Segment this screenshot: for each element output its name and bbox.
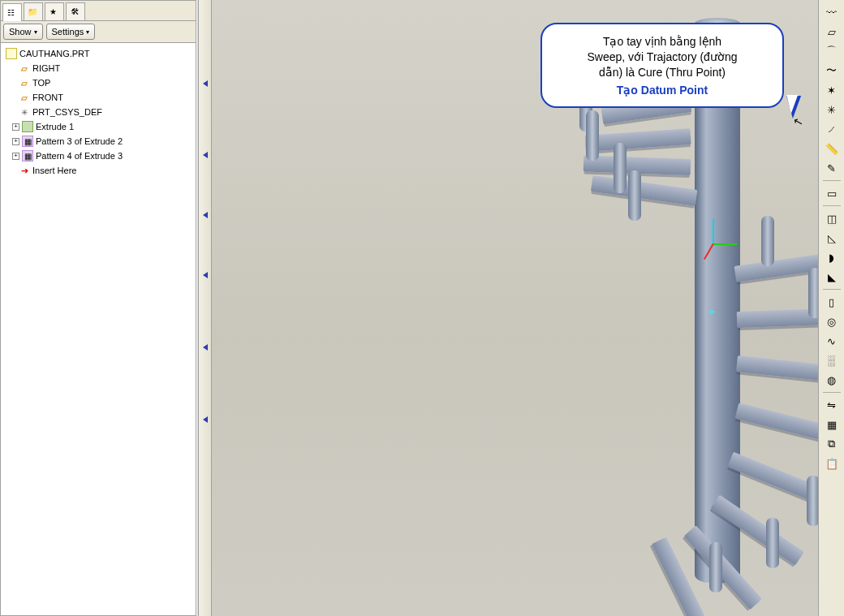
baluster (761, 216, 774, 266)
stair-step (734, 254, 818, 282)
part-icon (6, 48, 17, 59)
baluster (709, 542, 722, 592)
ruler-caret-icon (203, 212, 208, 218)
copy-icon[interactable]: ⧉ (821, 434, 842, 454)
tree-pattern4[interactable]: + ▦ Pattern 4 of Extrude 3 (2, 149, 194, 163)
stair-step (727, 452, 818, 506)
mirror-icon[interactable]: ⇋ (821, 395, 842, 415)
expand-icon[interactable]: + (12, 123, 19, 131)
pattern-icon: ▦ (22, 150, 33, 162)
hole-icon[interactable]: ◍ (821, 370, 842, 390)
sash-ruler[interactable] (199, 0, 212, 616)
plane-icon: ▱ (19, 62, 30, 74)
stair-step (591, 175, 698, 206)
tree-csys[interactable]: ✳ PRT_CSYS_DEF (2, 105, 194, 119)
baluster (586, 110, 599, 161)
pattern-icon[interactable]: ▦ (821, 415, 842, 434)
callout-link[interactable]: Tạo Datum Point (553, 84, 771, 97)
revolve-icon[interactable]: ◎ (821, 312, 842, 331)
tree-icon: ☷ (6, 7, 17, 19)
arc-icon[interactable]: ⌒ (821, 41, 842, 61)
callout-line2: Sweep, với Trajactory (đường (553, 50, 771, 65)
sweep-icon[interactable]: ∿ (821, 331, 842, 351)
extrude-icon[interactable]: ▯ (821, 292, 842, 312)
stair-step (736, 355, 818, 383)
sidebar-tabs: ☷ 📁 ★ 🛠 (1, 1, 196, 21)
tree-plane-top[interactable]: ▱ TOP (2, 75, 194, 90)
separator (823, 289, 841, 290)
stair-step (585, 128, 691, 152)
tab-layers[interactable]: 🛠 (66, 2, 85, 20)
baluster (807, 476, 818, 526)
tools-icon: 🛠 (69, 6, 80, 18)
expand-icon[interactable]: + (12, 138, 19, 145)
tab-favorites[interactable]: ★ (45, 2, 64, 20)
spline-icon[interactable]: 〜 (821, 61, 842, 80)
analysis-icon[interactable]: 📏 (821, 139, 842, 158)
tab-model-tree[interactable]: ☷ (2, 3, 22, 21)
round-icon[interactable]: ◗ (821, 248, 842, 267)
draft-icon[interactable]: ◺ (821, 228, 842, 248)
rectangle-icon[interactable]: ▱ (821, 22, 842, 41)
baluster (808, 268, 818, 318)
ruler-marks (200, 8, 209, 608)
tree-pattern3[interactable]: + ▦ Pattern 3 of Extrude 2 (2, 134, 194, 149)
tree-plane-front[interactable]: ▱ FRONT (2, 90, 194, 105)
baluster (614, 143, 627, 193)
3d-viewport[interactable]: ▸ Tạo tay vịnh bằng lệnh Sweep, với Traj… (212, 0, 818, 616)
plane-icon: ▱ (19, 92, 30, 103)
ruler-caret-icon (203, 272, 208, 278)
axis-icon[interactable]: ⟋ (821, 119, 842, 139)
spin-center-icon: ▸ (710, 304, 716, 317)
baluster (766, 518, 779, 568)
annotation-callout: Tạo tay vịnh bằng lệnh Sweep, với Trajac… (540, 23, 784, 108)
tree-extrude1[interactable]: + Extrude 1 (2, 119, 194, 134)
tree-insert-here[interactable]: ➔ Insert Here (2, 163, 194, 178)
separator (823, 180, 841, 181)
datum-point-icon[interactable]: ✶ (821, 80, 842, 100)
right-toolbar: 〰 ▱ ⌒ 〜 ✶ ✳ ⟋ 📏 ✎ ▭ ◫ ◺ ◗ ◣ ▯ ◎ ∿ ░ ◍ ⇋ … (818, 0, 844, 616)
baluster (628, 170, 641, 221)
model-tree-panel: ☷ 📁 ★ 🛠 Show Settings CAUTHANG.PRT ▱ RIG… (0, 0, 196, 616)
plane-icon[interactable]: ▭ (821, 183, 842, 203)
ruler-caret-icon (203, 416, 208, 423)
expand-icon[interactable]: + (12, 153, 19, 160)
blend-icon[interactable]: ░ (821, 351, 842, 370)
ruler-caret-icon (203, 152, 208, 158)
separator (823, 392, 841, 393)
tree-plane-right[interactable]: ▱ RIGHT (2, 61, 194, 75)
callout-line1: Tạo tay vịnh bằng lệnh (553, 34, 771, 50)
ruler-caret-icon (203, 344, 208, 351)
sketch-icon[interactable]: ✎ (821, 158, 842, 178)
callout-line3: dẫn) là Cure (Thru Point) (553, 65, 771, 80)
z-axis-icon (713, 219, 714, 243)
y-axis-icon (713, 243, 737, 245)
stair-step (735, 403, 818, 443)
pattern-icon: ▦ (22, 136, 33, 147)
sidebar-buttons: Show Settings (1, 21, 196, 43)
chamfer-icon[interactable]: ◣ (821, 267, 842, 286)
stair-step (737, 308, 818, 328)
paste-icon[interactable]: 📋 (821, 454, 842, 473)
tree-root-label: CAUTHANG.PRT (19, 49, 90, 58)
model-tree[interactable]: CAUTHANG.PRT ▱ RIGHT ▱ TOP ▱ FRONT ✳ PRT… (1, 43, 196, 615)
settings-button[interactable]: Settings (46, 24, 96, 40)
show-button[interactable]: Show (3, 24, 43, 40)
separator (823, 205, 841, 206)
line-icon[interactable]: 〰 (821, 2, 842, 22)
ruler-caret-icon (203, 80, 208, 87)
tab-folder[interactable]: 📁 (24, 2, 43, 20)
plane-icon: ▱ (19, 77, 30, 88)
star-icon: ★ (48, 6, 59, 18)
folder-icon: 📁 (27, 6, 38, 18)
extrude-icon (22, 121, 33, 132)
coord-sys-icon[interactable]: ✳ (821, 100, 842, 119)
csys-icon: ✳ (19, 106, 30, 118)
tree-root[interactable]: CAUTHANG.PRT (2, 46, 194, 61)
shell-icon[interactable]: ◫ (821, 209, 842, 228)
insert-arrow-icon: ➔ (19, 165, 30, 176)
